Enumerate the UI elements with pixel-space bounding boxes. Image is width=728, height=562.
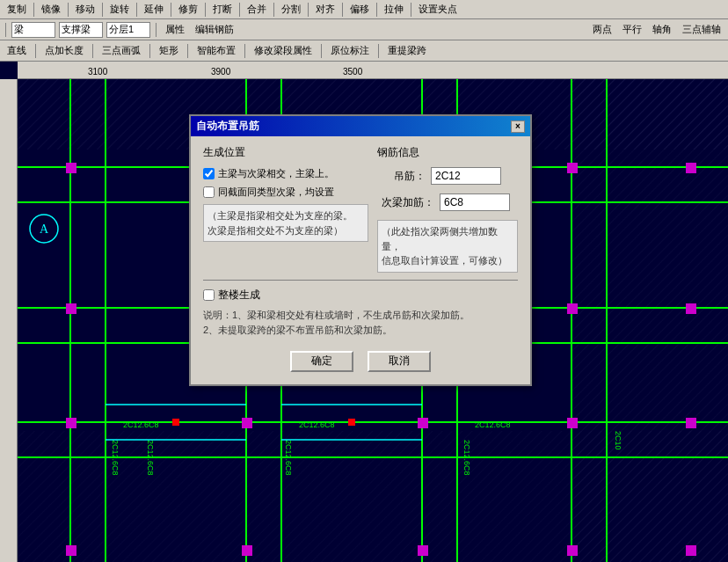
checkbox1[interactable] (203, 168, 215, 179)
three-point-axis-btn[interactable]: 三点辅轴 (679, 22, 724, 37)
smart-layout-btn[interactable]: 智能布置 (193, 43, 239, 58)
sep9 (308, 3, 309, 17)
axis-angle-btn[interactable]: 轴角 (649, 22, 675, 37)
dialog-buttons: 确定 取消 (203, 346, 518, 376)
edit-rebar-btn[interactable]: 编辑钢筋 (192, 22, 237, 37)
mirror-btn[interactable]: 镜像 (38, 2, 64, 17)
arc-btn[interactable]: 三点画弧 (98, 43, 144, 58)
checkbox1-label: 主梁与次梁相交，主梁上。 (218, 167, 334, 180)
sep11 (376, 3, 377, 17)
re-fetch-btn[interactable]: 重提梁跨 (384, 43, 430, 58)
rebar1-row: 吊筋： (377, 167, 518, 185)
rotate-btn[interactable]: 旋转 (106, 2, 133, 17)
checkbox2[interactable] (203, 186, 215, 198)
break-btn[interactable]: 打断 (209, 2, 236, 17)
stretch-btn[interactable]: 拉伸 (381, 2, 407, 17)
beam-type-dropdown[interactable]: 梁 (11, 22, 55, 38)
ok-button[interactable]: 确定 (290, 351, 353, 372)
parallel-btn[interactable]: 平行 (619, 22, 645, 37)
sep6 (205, 3, 206, 17)
right-section-title: 钢筋信息 (377, 145, 518, 160)
align-btn[interactable]: 对齐 (312, 2, 339, 17)
rebar1-label: 吊筋： (377, 169, 426, 184)
support-beam-dropdown[interactable]: 支撑梁 (59, 22, 103, 38)
toolbar-3: 直线 点加长度 三点画弧 矩形 智能布置 修改梁段属性 原位标注 重提梁跨 (0, 40, 728, 62)
dialog-columns: 生成位置 主梁与次梁相交，主梁上。 同截面同类型次梁，均设置 （主梁是指梁相交处… (203, 145, 518, 273)
left-section-title: 生成位置 (203, 145, 368, 160)
separator (203, 280, 518, 281)
offset-btn[interactable]: 偏移 (346, 2, 373, 17)
rebar2-input[interactable] (440, 193, 510, 211)
sep-t3-4 (187, 44, 188, 58)
line-btn[interactable]: 直线 (4, 43, 30, 58)
rebar1-input[interactable] (431, 167, 501, 185)
description-text: 说明：1、梁和梁相交处有柱或墙时，不生成吊筋和次梁加筋。 2、未提取梁跨的梁不布… (203, 308, 518, 339)
point-extend-btn[interactable]: 点加长度 (41, 43, 87, 58)
sep8 (273, 3, 274, 17)
sep-t3-5 (244, 44, 245, 58)
sep2 (68, 3, 69, 17)
sep10 (342, 3, 343, 17)
sep4 (136, 3, 137, 17)
rebar2-label: 次梁加筋： (377, 195, 434, 210)
extend-btn[interactable]: 延伸 (141, 2, 167, 17)
dialog-left-panel: 生成位置 主梁与次梁相交，主梁上。 同截面同类型次梁，均设置 （主梁是指梁相交处… (203, 145, 368, 273)
rect-btn[interactable]: 矩形 (156, 43, 182, 58)
toolbar-2: 梁 支撑梁 分层1 属性 编辑钢筋 两点 平行 轴角 三点辅轴 (0, 19, 728, 40)
cancel-button[interactable]: 取消 (368, 351, 431, 372)
clamp-btn[interactable]: 设置夹点 (415, 2, 461, 17)
note1-text: （主梁是指梁相交处为支座的梁。 次梁是指相交处不为支座的梁） (203, 204, 368, 242)
sep-t3-2 (92, 44, 93, 58)
toolbar-1: 复制 镜像 移动 旋转 延伸 修剪 打断 合并 分割 对齐 偏移 拉伸 设置夹点 (0, 0, 728, 19)
sep-t3-1 (35, 44, 36, 58)
sep3 (102, 3, 103, 17)
move-btn[interactable]: 移动 (72, 2, 98, 17)
trim-btn[interactable]: 修剪 (175, 2, 201, 17)
sep-t3-6 (321, 44, 322, 58)
sep-t2-2 (156, 23, 157, 37)
sep12 (411, 3, 411, 17)
modify-seg-btn[interactable]: 修改梁段属性 (251, 43, 316, 58)
split-btn[interactable]: 分割 (278, 2, 304, 17)
dialog-close-button[interactable]: × (511, 120, 525, 133)
rebar2-row: 次梁加筋： (377, 193, 518, 211)
checkbox2-row: 同截面同类型次梁，均设置 (203, 186, 368, 199)
checkbox3-label: 整楼生成 (218, 288, 260, 303)
sep5 (171, 3, 171, 17)
modal-overlay: 自动布置吊筋 × 生成位置 主梁与次梁相交，主梁上。 同截面同类型次梁，均设 (0, 62, 728, 562)
property-btn[interactable]: 属性 (162, 22, 188, 37)
sep7 (239, 3, 240, 17)
mark-btn[interactable]: 原位标注 (327, 43, 373, 58)
rebar-note: （此处指次梁两侧共增加数量， 信息取自计算设置，可修改） (377, 220, 518, 273)
merge-btn[interactable]: 合并 (244, 2, 270, 17)
copy-btn[interactable]: 复制 (4, 2, 30, 17)
sep1 (33, 3, 34, 17)
checkbox3[interactable] (203, 289, 215, 301)
sep-t2-1 (5, 23, 6, 37)
layer-dropdown[interactable]: 分层1 (106, 22, 150, 38)
dialog-titlebar: 自动布置吊筋 × (191, 116, 530, 136)
dialog-right-panel: 钢筋信息 吊筋： 次梁加筋： （此处指次梁两侧共增加数量， 信息取自计算设置，可… (377, 145, 518, 273)
two-point-btn[interactable]: 两点 (589, 22, 615, 37)
sep-t3-7 (378, 44, 379, 58)
checkbox2-label: 同截面同类型次梁，均设置 (218, 186, 334, 199)
dialog-title: 自动布置吊筋 (196, 119, 259, 134)
dialog-body: 生成位置 主梁与次梁相交，主梁上。 同截面同类型次梁，均设置 （主梁是指梁相交处… (191, 136, 530, 384)
checkbox1-row: 主梁与次梁相交，主梁上。 (203, 167, 368, 180)
sep-t3-3 (149, 44, 150, 58)
checkbox3-row: 整楼生成 (203, 288, 518, 303)
auto-layout-dialog: 自动布置吊筋 × 生成位置 主梁与次梁相交，主梁上。 同截面同类型次梁，均设 (189, 114, 532, 386)
